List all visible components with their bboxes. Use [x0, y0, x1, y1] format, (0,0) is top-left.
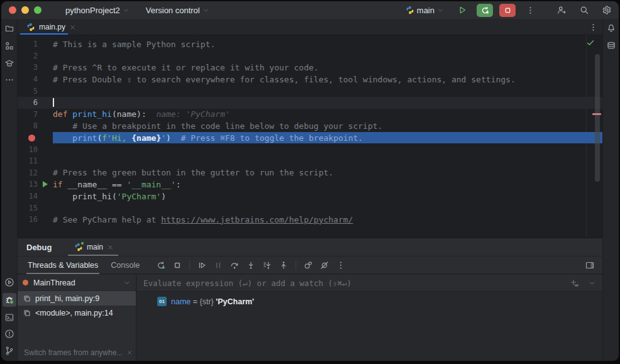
rail-terminal-button[interactable] [3, 311, 16, 324]
run-configuration-select[interactable]: main [402, 6, 448, 15]
tab-console[interactable]: Console [104, 256, 146, 273]
rerun-debug-button[interactable] [477, 4, 493, 17]
stop-button[interactable] [499, 4, 516, 17]
close-window-button[interactable] [9, 6, 16, 14]
gutter-line-5[interactable]: 5 [18, 85, 53, 97]
more-actions-button[interactable] [522, 4, 538, 17]
step-into-icon [246, 260, 256, 270]
variable-row[interactable]: 01 name = {str} 'PyCharm' [157, 297, 602, 306]
stack-frame-row[interactable]: <module>, main.py:14 [18, 306, 136, 320]
gutter-line-13[interactable]: 13 [18, 179, 53, 190]
rail-debug-button[interactable] [3, 293, 16, 307]
code-line-14[interactable]: 14 print_hi('PyCharm') [18, 190, 602, 202]
gutter-line-8[interactable]: 8 [18, 120, 53, 132]
debug-session-tab[interactable]: main [67, 238, 121, 256]
rail-database-button[interactable] [604, 39, 618, 53]
editor-scrollbar[interactable] [595, 54, 600, 182]
code-line-1[interactable]: 1# This is a sample Python script. [18, 38, 602, 50]
rerun-debug-button[interactable] [153, 258, 169, 272]
rail-problems-button[interactable] [3, 327, 16, 341]
rail-structure-button[interactable] [3, 39, 16, 53]
gutter-line-7[interactable]: 7 [18, 109, 53, 121]
code-line-2[interactable]: 2 [18, 50, 602, 62]
code-line-4[interactable]: 4# Press Double ⇧ to search everywhere f… [18, 74, 602, 85]
resume-button[interactable] [194, 258, 209, 272]
chevron-down-icon [123, 7, 130, 14]
variable-value: 'PyCharm' [216, 297, 254, 306]
line-number: 5 [19, 87, 38, 96]
step-out-button[interactable] [276, 258, 291, 272]
rail-run-circle-button[interactable] [3, 275, 16, 289]
code-line-3[interactable]: 3# Press ^R to execute it or replace it … [18, 62, 602, 74]
debug-panel-title: Debug [26, 243, 52, 252]
more-v-button[interactable] [333, 258, 348, 272]
gutter-line-16[interactable]: 16 [18, 214, 53, 226]
gutter-line-11[interactable]: 11 [18, 155, 53, 167]
evaluate-expression-input[interactable]: Evaluate expression (↵) or add a watch (… [137, 275, 602, 292]
gutter-line-14[interactable]: 14 [18, 190, 53, 202]
settings-button[interactable] [599, 4, 615, 17]
layout-settings-button[interactable] [582, 258, 597, 272]
gutter-line-4[interactable]: 4 [18, 74, 53, 85]
code-line-16[interactable]: 16# See PyCharm help at https://www.jetb… [18, 214, 602, 226]
code-line-8[interactable]: 8 # Use a breakpoint in the code line be… [18, 120, 602, 132]
code-text: # Press the green button in the gutter t… [53, 167, 602, 179]
view-breakpoints-icon [303, 260, 313, 270]
minimize-window-button[interactable] [21, 6, 29, 14]
line-number: 10 [19, 145, 38, 154]
code-line-15[interactable]: 15 [18, 202, 602, 214]
code-line-12[interactable]: 12# Press the green button in the gutter… [18, 167, 602, 179]
code-editor[interactable]: 1# This is a sample Python script.23# Pr… [18, 35, 602, 238]
gutter-line-10[interactable]: 10 [18, 143, 53, 155]
editor-tab-options-button[interactable] [585, 21, 601, 34]
code-line-10[interactable]: 10 [18, 143, 602, 155]
stack-frame-row[interactable]: print_hi, main.py:9 [18, 291, 136, 306]
run-gutter-icon[interactable] [43, 181, 48, 187]
close-icon[interactable] [126, 350, 133, 356]
code-with-me-button[interactable] [553, 4, 570, 17]
code-line-11[interactable]: 11 [18, 155, 602, 167]
pycharm-window: pythonProject2 Version control main [1, 1, 619, 361]
session-tab-label: main [87, 243, 103, 251]
inspections-ok-check-icon[interactable] [586, 38, 595, 47]
zoom-window-button[interactable] [34, 6, 42, 14]
pause-button[interactable] [211, 258, 226, 272]
thread-selector[interactable]: MainThread [18, 275, 136, 291]
rail-learn-button[interactable] [3, 57, 16, 70]
rail-vcs-branch-button[interactable] [3, 344, 16, 358]
breakpoint-dot[interactable] [28, 135, 35, 141]
gutter-line-12[interactable]: 12 [18, 167, 53, 179]
add-watch-icon[interactable] [569, 278, 579, 288]
code-line-6[interactable]: 6 [18, 97, 602, 109]
rail-folder-button[interactable] [3, 21, 16, 35]
gutter-line-6[interactable]: 6 [18, 97, 53, 109]
stop-button[interactable] [170, 258, 185, 272]
view-breakpoints-button[interactable] [301, 258, 316, 272]
run-button[interactable] [454, 4, 470, 17]
gutter-line-9[interactable] [18, 132, 53, 144]
step-into-button[interactable] [243, 258, 258, 272]
gutter-line-1[interactable]: 1 [18, 38, 53, 50]
code-line-13[interactable]: 13if __name__ == '__main__': [18, 179, 602, 190]
version-control-menu[interactable]: Version control [142, 6, 213, 15]
gutter-line-2[interactable]: 2 [18, 50, 53, 62]
pause-icon [213, 260, 223, 270]
tab-threads-variables[interactable]: Threads & Variables [21, 256, 104, 273]
rail-bell-button[interactable] [604, 21, 618, 35]
gutter-line-15[interactable]: 15 [18, 202, 53, 214]
close-icon[interactable] [107, 244, 114, 251]
project-menu[interactable]: pythonProject2 [62, 6, 133, 15]
code-line-5[interactable]: 5 [18, 85, 602, 97]
close-icon[interactable] [69, 24, 76, 31]
step-into-my-code-button[interactable] [260, 258, 275, 272]
step-over-button[interactable] [227, 258, 242, 272]
scrollbar-breakpoint-mark [592, 113, 601, 115]
mute-breakpoints-button[interactable] [317, 258, 332, 272]
code-line-7[interactable]: 7def print_hi(name): name: 'PyCharm' [18, 109, 602, 121]
chevron-down-icon[interactable] [588, 279, 596, 287]
code-line-9[interactable]: print(f'Hi, {name}') # Press ⌘F8 to togg… [18, 132, 602, 144]
evaluate-placeholder: Evaluate expression (↵) or add a watch (… [143, 279, 352, 288]
search-everywhere-button[interactable] [576, 4, 592, 17]
gutter-line-3[interactable]: 3 [18, 62, 53, 74]
rail-more-h-button[interactable] [3, 73, 16, 87]
